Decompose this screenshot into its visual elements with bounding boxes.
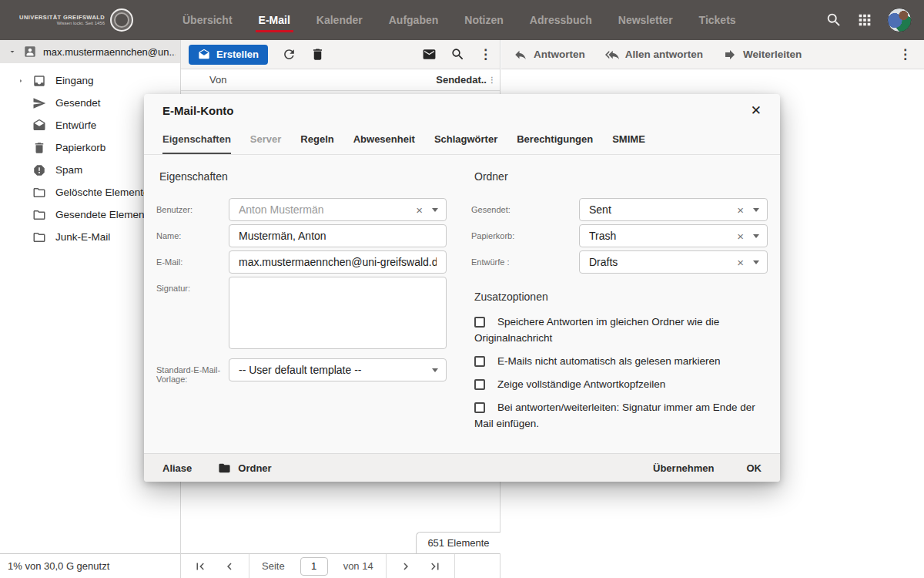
drafts-folder-label: Entwürfe : [471, 250, 579, 274]
tab-abwesenheit[interactable]: Abwesenheit [353, 126, 415, 154]
message-count-badge: 651 Elemente [416, 532, 500, 553]
tab-smime[interactable]: SMIME [612, 126, 645, 154]
nav-tickets[interactable]: Tickets [698, 2, 738, 38]
chevron-down-icon[interactable] [753, 234, 759, 238]
checkbox-signature-end[interactable] [474, 402, 485, 413]
column-sendedatum[interactable]: Sendedat.. ⋮ [436, 74, 495, 86]
first-page-icon[interactable] [193, 560, 207, 573]
name-label: Name: [156, 224, 229, 247]
tab-eigenschaften[interactable]: Eigenschaften [162, 126, 231, 154]
checkbox-save-replies[interactable] [474, 317, 485, 328]
reader-toolbar: Antworten Allen antworten Weiterleiten ⋮ [501, 40, 924, 69]
folder-icon [32, 230, 46, 244]
column-menu-icon[interactable]: ⋮ [488, 76, 495, 84]
chevron-down-icon[interactable] [753, 260, 759, 264]
tab-server[interactable]: Server [250, 126, 281, 154]
tab-berechtigungen[interactable]: Berechtigungen [517, 126, 593, 154]
search-icon[interactable] [450, 47, 465, 62]
template-label: Standard-E-Mail-Vorlage: [156, 358, 229, 384]
option-full-headers: Zeige vollständige Antwortkopfzeilen [471, 376, 768, 392]
sent-folder-select[interactable]: Sent × [579, 198, 768, 221]
name-field[interactable] [229, 224, 447, 247]
nav-email[interactable]: E-Mail [257, 2, 292, 38]
email-account-dialog: E-Mail-Konto ✕ Eigenschaften Server Rege… [144, 94, 780, 482]
user-combobox[interactable]: Anton Mustermän × [229, 198, 447, 221]
signature-row: Signatur: [156, 277, 447, 352]
compose-envelope-icon [198, 49, 210, 61]
user-avatar[interactable] [887, 8, 912, 32]
dialog-footer: Aliase Ordner Übernehmen OK [144, 453, 780, 482]
chevron-down-icon[interactable] [432, 208, 438, 212]
page-word: Seite [262, 560, 285, 572]
topbar: UNIVERSITÄT GREIFSWALD Wissen lockt. Sei… [0, 0, 924, 40]
mail-icon[interactable] [422, 47, 437, 62]
name-row: Name: [156, 224, 447, 247]
folders-button[interactable]: Ordner [218, 462, 271, 475]
email-label: E-Mail: [156, 250, 229, 274]
signature-field[interactable] [229, 277, 447, 349]
refresh-icon[interactable] [282, 47, 296, 62]
main-nav: Übersicht E-Mail Kalender Aufgaben Notiz… [181, 2, 738, 38]
trash-folder-select[interactable]: Trash × [579, 224, 768, 247]
checkbox-not-mark-read[interactable] [474, 356, 485, 367]
chevron-down-icon[interactable] [432, 368, 438, 372]
folder-icon [32, 208, 46, 222]
signature-label: Signatur: [156, 277, 229, 352]
user-row: Benutzer: Anton Mustermän × [156, 198, 447, 221]
reply-button[interactable]: Antworten [514, 48, 585, 62]
expand-arrow-icon[interactable] [17, 77, 25, 85]
sent-folder-label: Gesendet: [471, 198, 579, 221]
email-field[interactable] [229, 250, 447, 274]
delete-icon[interactable] [310, 47, 325, 62]
more-options-icon[interactable]: ⋮ [899, 48, 912, 61]
clear-icon[interactable]: × [737, 230, 744, 242]
compose-button[interactable]: Erstellen [189, 45, 268, 65]
nav-aufgaben[interactable]: Aufgaben [387, 2, 440, 38]
apps-grid-icon[interactable] [856, 12, 873, 29]
university-seal-icon [110, 8, 133, 32]
trash-icon [32, 141, 46, 155]
chevron-down-icon[interactable] [8, 47, 17, 56]
inbox-icon [32, 74, 46, 88]
chevron-down-icon[interactable] [753, 208, 759, 212]
option-save-replies: Speichere Antworten im gleichen Ordner w… [471, 314, 768, 346]
forward-button[interactable]: Weiterleiten [723, 48, 802, 62]
tab-schlagwoerter[interactable]: Schlagwörter [434, 126, 497, 154]
tab-regeln[interactable]: Regeln [300, 126, 333, 154]
reply-all-button[interactable]: Allen antworten [605, 48, 703, 62]
clear-icon[interactable]: × [737, 257, 744, 268]
next-page-icon[interactable] [399, 560, 413, 573]
email-row: E-Mail: [156, 250, 447, 274]
prev-page-icon[interactable] [223, 560, 236, 573]
page-number-input[interactable] [300, 557, 328, 576]
last-page-icon[interactable] [428, 560, 442, 573]
search-icon[interactable] [825, 12, 842, 29]
folder-icon [32, 186, 46, 200]
account-email: max.mustermaennchen@un... [43, 46, 176, 58]
nav-kalender[interactable]: Kalender [315, 2, 364, 38]
column-von[interactable]: Von [209, 74, 226, 86]
apply-button[interactable]: Übernehmen [653, 462, 714, 474]
clear-icon[interactable]: × [737, 204, 744, 216]
more-options-icon[interactable]: ⋮ [479, 48, 492, 61]
ok-button[interactable]: OK [747, 462, 762, 474]
dialog-title: E-Mail-Konto [162, 104, 233, 117]
nav-newsletter[interactable]: Newsletter [617, 2, 675, 38]
trash-folder-row: Papierkorb: Trash × [471, 224, 768, 247]
quota-status: 1% von 30,0 G genutzt [0, 553, 180, 578]
aliases-button[interactable]: Aliase [162, 462, 192, 474]
checkbox-full-headers[interactable] [474, 379, 485, 390]
template-select[interactable]: -- User default template -- [229, 358, 447, 381]
clear-icon[interactable]: × [416, 204, 423, 216]
sidebar-item-eingang[interactable]: Eingang [0, 69, 180, 92]
close-icon[interactable]: ✕ [751, 104, 762, 117]
user-label: Benutzer: [156, 198, 229, 221]
nav-adressbuch[interactable]: Adressbuch [528, 2, 594, 38]
account-row[interactable]: max.mustermaennchen@un... [0, 40, 180, 63]
nav-uebersicht[interactable]: Übersicht [181, 2, 234, 38]
spam-icon [32, 163, 46, 177]
nav-notizen[interactable]: Notizen [463, 2, 505, 38]
template-row: Standard-E-Mail-Vorlage: -- User default… [156, 358, 447, 384]
drafts-icon [32, 119, 46, 133]
drafts-folder-select[interactable]: Drafts × [579, 250, 768, 274]
